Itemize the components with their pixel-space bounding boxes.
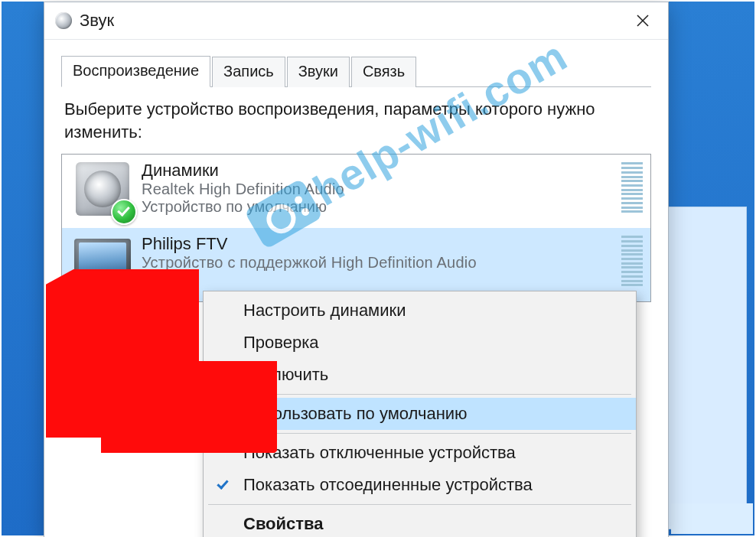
context-menu: Настроить динамики Проверка Отключить Ис…: [203, 291, 637, 537]
ctx-test[interactable]: Проверка: [204, 327, 636, 359]
ctx-label: Показать отсоединенные устройства: [243, 475, 533, 495]
tv-icon: [70, 234, 135, 294]
tab-sounds[interactable]: Звуки: [287, 57, 350, 87]
tab-strip: Воспроизведение Запись Звуки Связь: [61, 55, 651, 87]
screenshot-frame: Звук Воспроизведение Запись Звуки Связь …: [0, 0, 756, 537]
level-meter: [621, 162, 643, 213]
ctx-show-disabled[interactable]: Показать отключенные устройства: [204, 437, 636, 469]
tab-playback[interactable]: Воспроизведение: [61, 56, 210, 87]
device-status: Устройство по умолчанию: [142, 198, 643, 216]
device-name: Philips FTV: [142, 234, 643, 254]
ctx-set-default[interactable]: Использовать по умолчанию: [204, 398, 636, 430]
device-row-speakers[interactable]: Динамики Realtek High Definition Audio У…: [62, 155, 650, 228]
device-driver: Устройство с поддержкой High Definition …: [142, 254, 643, 272]
speaker-icon: [70, 161, 135, 220]
taskbar-fragment: [671, 503, 753, 534]
window-title: Звук: [80, 11, 622, 31]
sound-icon: [55, 12, 72, 29]
device-driver: Realtek High Definition Audio: [142, 181, 643, 198]
device-list[interactable]: Динамики Realtek High Definition Audio У…: [61, 154, 651, 302]
default-check-icon: [111, 199, 137, 225]
ctx-properties[interactable]: Свойства: [204, 508, 636, 537]
device-text: Динамики Realtek High Definition Audio У…: [135, 161, 643, 216]
ctx-sep: [208, 394, 631, 395]
close-button[interactable]: [622, 5, 663, 36]
level-meter: [621, 236, 643, 286]
ctx-show-disconnected[interactable]: Показать отсоединенные устройства: [204, 469, 636, 501]
instruction-text: Выберите устройство воспроизведения, пар…: [64, 98, 648, 143]
device-text: Philips FTV Устройство с поддержкой High…: [135, 234, 643, 289]
ctx-configure[interactable]: Настроить динамики: [204, 295, 636, 327]
ctx-disable[interactable]: Отключить: [204, 359, 636, 391]
dialog-body: Воспроизведение Запись Звуки Связь Выбер…: [44, 40, 668, 302]
tab-recording[interactable]: Запись: [212, 57, 285, 87]
titlebar: Звук: [44, 2, 668, 40]
ctx-sep: [208, 504, 631, 505]
tab-comm[interactable]: Связь: [351, 57, 416, 87]
background-window: [661, 207, 747, 529]
device-name: Динамики: [142, 161, 643, 181]
comm-default-icon: [111, 272, 137, 298]
ctx-sep: [208, 433, 631, 434]
close-icon: [636, 14, 650, 28]
checkmark-icon: [216, 477, 230, 491]
